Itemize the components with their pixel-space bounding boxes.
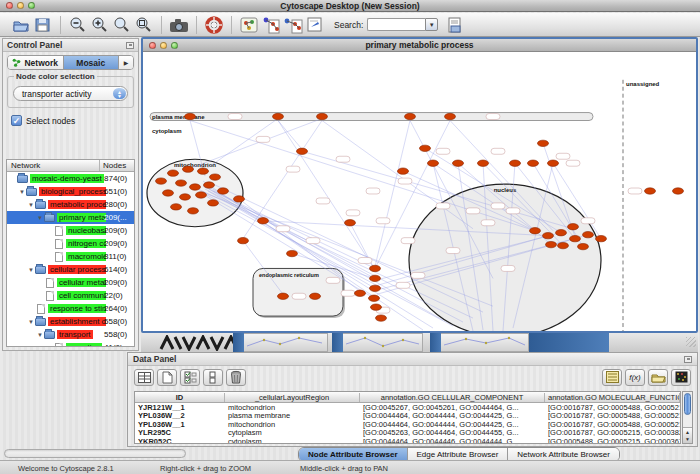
attribute-table[interactable]: ID_cellularLayoutRegionannotation.GO CEL…: [134, 391, 681, 444]
node-color-select[interactable]: transporter activity ▲▼: [13, 86, 128, 101]
table-row[interactable]: YLR295Ccytoplasm[GO:0045263, GO:0044464,…: [135, 429, 680, 438]
vertical-scrollbar[interactable]: ▲▼: [682, 391, 693, 444]
tree-row[interactable]: macromolecule311(0): [7, 250, 134, 263]
tree-row-count: 264(0): [104, 304, 127, 313]
duplicate-network-button[interactable]: [282, 15, 304, 35]
snapshot-button[interactable]: [168, 15, 190, 35]
file-icon: [46, 278, 54, 288]
import-attributes-icon: [651, 372, 666, 383]
annotation-button[interactable]: [304, 15, 326, 35]
region-label-mitochondrion: mitochondrion: [174, 162, 216, 168]
network-view-button[interactable]: [238, 15, 260, 35]
select-attributes-icon: [184, 371, 197, 384]
tree-row[interactable]: mosaic-demo-yeast874(0): [7, 172, 134, 185]
unselect-attributes-button[interactable]: [203, 369, 223, 386]
tree-row-count: 280(0): [104, 200, 127, 209]
tab-network[interactable]: Network: [8, 56, 64, 69]
folder-icon: [35, 266, 46, 274]
import-attributes-button[interactable]: [648, 369, 668, 386]
attribute-matrix-button[interactable]: [671, 369, 691, 386]
network-node: [453, 160, 464, 166]
tab-mosaic[interactable]: Mosaic: [64, 56, 120, 69]
column-header[interactable]: annotation.GO CELLULAR_COMPONENT: [360, 393, 545, 402]
zoom-fit-button[interactable]: [111, 15, 133, 35]
disclosure-triangle-icon[interactable]: ▼: [27, 202, 35, 208]
attribute-matrix-icon: [675, 371, 688, 383]
search-dropdown-arrow[interactable]: ▼: [425, 18, 438, 31]
folder-icon: [17, 175, 28, 183]
background-window[interactable]: [233, 333, 328, 352]
table-row[interactable]: YPL036W__2plasma membrane[GO:0044464, GO…: [135, 412, 680, 421]
disclosure-triangle-icon[interactable]: ▼: [36, 332, 44, 338]
region-mitochondrion: [147, 159, 243, 227]
network-node: [190, 184, 201, 190]
network-node: [546, 241, 557, 247]
table-row[interactable]: YJR121W__1mitochondrion[GO:0045267, GO:0…: [135, 403, 680, 412]
search-options-button[interactable]: [444, 15, 466, 35]
tree-row[interactable]: ▼primary metabo209(...: [7, 211, 134, 224]
tree-column-nodes[interactable]: Nodes: [100, 160, 134, 171]
save-button[interactable]: [32, 15, 54, 35]
tree-row[interactable]: ▼cellular process614(0): [7, 263, 134, 276]
table-row[interactable]: YPL036W__1mitochondrion[GO:0044464, GO:0…: [135, 420, 680, 429]
background-window[interactable]: [332, 333, 423, 352]
function-builder-button[interactable]: f(x): [625, 369, 645, 386]
file-icon: [55, 252, 63, 262]
zoom-in-button[interactable]: [89, 15, 111, 35]
float-panel-icon[interactable]: [126, 42, 134, 49]
delete-attribute-button[interactable]: [226, 369, 246, 386]
table-row[interactable]: YKR052Ccytoplasm[GO:0044464, GO:0044446,…: [135, 437, 680, 444]
attribute-list-button[interactable]: [602, 369, 622, 386]
scrollbar-arrows[interactable]: ▲▼: [683, 427, 692, 443]
network-canvas[interactable]: plasma membranecytoplasmmitochondrionnuc…: [143, 52, 696, 331]
network-window-titlebar[interactable]: primary metabolic process: [143, 39, 696, 52]
bottom-row: Node Attribute BrowserEdge Attribute Bro…: [0, 447, 700, 460]
tree-row-label: metabolic process: [48, 200, 106, 209]
tree-row[interactable]: cell communicat22(0): [7, 289, 134, 302]
tree-row[interactable]: response to stimulu264(0): [7, 302, 134, 315]
file-icon: [55, 343, 63, 347]
search-input[interactable]: [367, 18, 425, 31]
disclosure-triangle-icon[interactable]: ▼: [27, 267, 35, 273]
resize-grip-icon[interactable]: [686, 337, 696, 347]
disclosure-triangle-icon[interactable]: ▼: [18, 189, 26, 195]
column-header[interactable]: _cellularLayoutRegion: [225, 393, 360, 402]
network-node: [370, 265, 381, 271]
search-combo: ▼: [367, 18, 438, 31]
zoom-out-button[interactable]: [67, 15, 89, 35]
zoom-selected-button[interactable]: [133, 15, 155, 35]
tree-row-label: primary metabo: [57, 213, 106, 222]
column-header[interactable]: ID: [135, 393, 225, 402]
tree-column-network[interactable]: Network: [7, 160, 100, 171]
disclosure-triangle-icon[interactable]: ▼: [36, 215, 44, 221]
column-header[interactable]: annotation.GO MOLECULAR_FUNCTION: [545, 393, 680, 402]
network-view-window[interactable]: primary metabolic process plasma membran…: [141, 37, 698, 333]
tree-row[interactable]: ▼transport558(0): [7, 328, 134, 341]
status-zoom-hint: Right-click + drag to ZOOM: [160, 464, 251, 473]
tree-row[interactable]: ▼metabolic process280(0): [7, 198, 134, 211]
attribute-table-button[interactable]: [134, 369, 154, 386]
layout-network-button[interactable]: [260, 15, 282, 35]
select-attributes-button[interactable]: [180, 369, 200, 386]
scrollbar-thumb[interactable]: [684, 393, 691, 415]
tree-row[interactable]: nucleobase-209(0): [7, 224, 134, 237]
table-cell: [GO:0005488, GO:0005215, GO:0003674]: [545, 437, 680, 444]
open-button[interactable]: [10, 15, 32, 35]
tree-row[interactable]: ▼establishment of lo558(0): [7, 315, 134, 328]
network-node: [234, 196, 245, 202]
select-nodes-row: ✓ Select nodes: [11, 115, 132, 126]
tree-row-label: response to stimulu: [48, 304, 106, 313]
tree-row[interactable]: cellular metabol209(0): [7, 276, 134, 289]
network-node: [405, 113, 416, 119]
select-nodes-checkbox[interactable]: ✓: [11, 115, 22, 126]
tree-row[interactable]: nitrogen compo209(0): [7, 237, 134, 250]
tree-row[interactable]: ▼biological_process651(0): [7, 185, 134, 198]
tree-row[interactable]: secretion41(0): [7, 341, 134, 346]
float-panel-icon[interactable]: [684, 356, 692, 363]
help-button[interactable]: [203, 15, 225, 35]
tab-overflow-button[interactable]: ▶: [119, 56, 133, 69]
background-window[interactable]: [430, 333, 529, 352]
tree-row-count: 614(0): [104, 265, 127, 274]
new-attribute-button[interactable]: [157, 369, 177, 386]
disclosure-triangle-icon[interactable]: ▼: [27, 319, 35, 325]
